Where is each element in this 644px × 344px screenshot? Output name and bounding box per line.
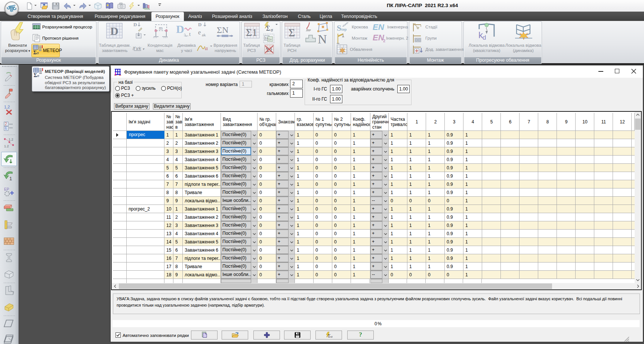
svg-text:1,2: 1,2 — [4, 105, 10, 109]
svg-text:2: 2 — [5, 122, 7, 126]
svg-text:t: t — [189, 31, 191, 37]
svg-text:D: D — [176, 23, 184, 35]
svg-text:6: 6 — [5, 126, 7, 130]
svg-text:Σл: Σл — [265, 37, 268, 40]
svg-text:σ: σ — [37, 50, 39, 55]
svg-text:1.2: 1.2 — [9, 138, 13, 141]
svg-text:m: m — [159, 25, 163, 31]
svg-text:Σ: Σ — [289, 26, 295, 39]
svg-text:ak: ak — [202, 33, 206, 37]
svg-text:σ: σ — [37, 73, 39, 77]
svg-text:2: 2 — [383, 39, 385, 43]
svg-text:D: D — [198, 22, 201, 27]
svg-text:1.2: 1.2 — [4, 144, 9, 148]
svg-text:D: D — [133, 22, 137, 27]
svg-text:D: D — [110, 25, 118, 37]
svg-text:ΣN: ΣN — [217, 25, 228, 35]
svg-text:Σ1: Σ1 — [246, 27, 257, 38]
svg-text:Σл: Σл — [268, 38, 271, 41]
svg-text:S: S — [337, 23, 341, 32]
svg-text:e: e — [198, 29, 201, 36]
svg-text:tep: tep — [341, 27, 347, 31]
svg-text:Σ: Σ — [33, 50, 37, 55]
svg-text:Σ: Σ — [328, 333, 331, 338]
svg-text:EN: EN — [373, 33, 385, 42]
svg-text:EP: EP — [4, 187, 9, 191]
svg-text:Σ: Σ — [34, 73, 37, 77]
svg-text:σ: σ — [271, 27, 273, 33]
svg-text:σ: σ — [331, 335, 333, 338]
svg-text:1: 1 — [9, 176, 12, 181]
svg-text:EN: EN — [373, 22, 385, 31]
svg-text:α: α — [205, 45, 208, 51]
svg-text:d: d — [483, 34, 486, 40]
svg-text:Σ: Σ — [266, 25, 270, 32]
